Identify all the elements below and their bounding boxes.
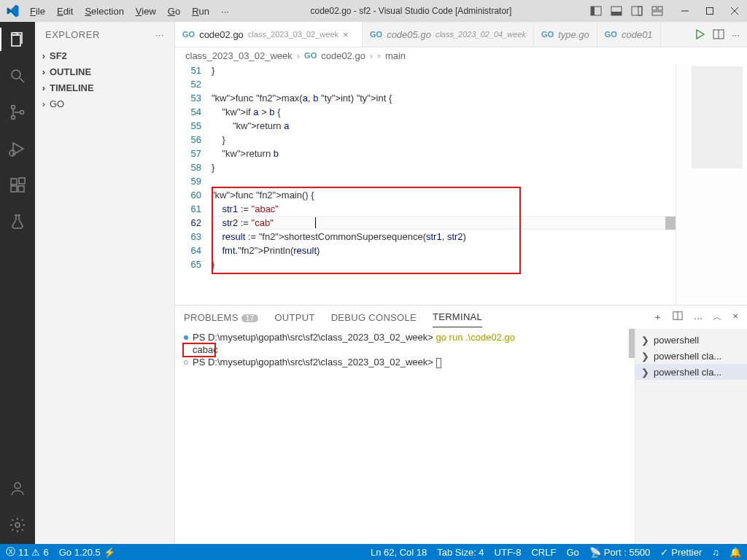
terminal-tab-icon: ❯ <box>641 367 649 378</box>
terminal-tab-icon: ❯ <box>641 335 649 346</box>
panel-tab-problems[interactable]: PROBLEMS17 <box>184 308 258 327</box>
menu-selection[interactable]: Selection <box>80 3 128 20</box>
tab-path: class_2023_02_04_week <box>436 30 526 39</box>
status-go-version[interactable]: Go 1.20.5 ⚡ <box>59 547 115 558</box>
maximize-button[interactable] <box>697 0 722 22</box>
terminal-list: ❯powershell ❯powershell cla... ❯powershe… <box>635 329 747 544</box>
debug-icon[interactable] <box>0 137 35 160</box>
panel-tab-debug[interactable]: DEBUG CONSOLE <box>331 308 417 327</box>
tab-code02[interactable]: GO code02.go class_2023_03_02_week × <box>175 22 363 47</box>
minimap[interactable] <box>676 63 747 305</box>
account-icon[interactable] <box>0 477 35 500</box>
tab-typego[interactable]: GO type.go <box>534 22 597 47</box>
tab-label: code01 <box>622 29 653 40</box>
panel-more-icon[interactable]: … <box>693 311 703 324</box>
split-terminal-icon[interactable] <box>673 311 683 324</box>
status-prettier[interactable]: ✓ Prettier <box>660 547 702 558</box>
run-icon[interactable] <box>694 28 705 40</box>
breadcrumb-seg[interactable]: class_2023_03_02_week <box>185 50 293 61</box>
explorer-more-icon[interactable]: ··· <box>155 29 164 40</box>
panel-tab-terminal[interactable]: TERMINAL <box>433 307 482 327</box>
svg-point-16 <box>12 116 15 120</box>
extensions-icon[interactable] <box>0 174 35 197</box>
close-button[interactable] <box>722 0 747 22</box>
vscode-icon <box>0 4 25 18</box>
panel-maximize-icon[interactable]: ︿ <box>713 311 722 324</box>
menu-go[interactable]: Go <box>163 3 185 20</box>
new-terminal-icon[interactable]: ＋ <box>653 311 662 324</box>
go-file-icon: GO <box>304 51 317 60</box>
menu-file[interactable]: File <box>25 3 50 20</box>
terminal-scrollbar[interactable] <box>629 329 635 358</box>
sidebar-section-timeline[interactable]: ›TIMELINE <box>35 79 174 96</box>
panel-close-icon[interactable]: × <box>732 311 738 324</box>
status-bell-icon[interactable]: 🔔 <box>729 547 741 558</box>
svg-rect-3 <box>611 12 622 15</box>
search-icon[interactable] <box>0 64 35 88</box>
menu-view[interactable]: View <box>131 3 161 20</box>
breadcrumb[interactable]: class_2023_03_02_week › GO code02.go › ▫… <box>175 47 747 63</box>
window-title: code02.go - sf2 - Visual Studio Code [Ad… <box>234 6 588 16</box>
tab-more-icon[interactable]: ··· <box>732 29 740 40</box>
code-editor[interactable]: 515253545556575859606162636465 }"kw">fun… <box>175 63 676 305</box>
go-file-icon: GO <box>605 30 617 39</box>
status-encoding[interactable]: UTF-8 <box>495 547 522 558</box>
code-content[interactable]: }"kw">func "fn2">max(a, b "ty">int) "ty"… <box>212 63 676 305</box>
sidebar-section-sf2[interactable]: ›SF2 <box>35 47 174 63</box>
editor-group: GO code02.go class_2023_03_02_week × GO … <box>175 22 747 544</box>
sidebar-section-go[interactable]: ›GO <box>35 96 174 112</box>
line-numbers: 515253545556575859606162636465 <box>175 63 212 305</box>
svg-rect-7 <box>658 7 662 10</box>
layout-icon[interactable] <box>649 3 665 19</box>
status-errors[interactable]: ⓧ 11 ⚠ 6 <box>6 545 49 559</box>
tab-code01[interactable]: GO code01 <box>597 22 661 47</box>
terminal-item[interactable]: ❯powershell <box>635 332 747 348</box>
tab-code05[interactable]: GO code05.go class_2023_02_04_week <box>363 22 534 47</box>
menu-more[interactable]: ··· <box>216 3 234 20</box>
svg-rect-10 <box>707 8 713 15</box>
svg-point-23 <box>15 483 20 489</box>
svg-rect-4 <box>632 7 642 15</box>
explorer-icon[interactable] <box>0 28 35 51</box>
breadcrumb-seg[interactable]: code02.go <box>321 50 365 61</box>
svg-rect-1 <box>591 7 595 15</box>
testing-icon[interactable] <box>0 210 35 233</box>
svg-rect-19 <box>11 179 17 184</box>
menu-edit[interactable]: Edit <box>52 3 78 20</box>
svg-line-14 <box>20 78 24 82</box>
terminal-output[interactable]: PS D:\mysetup\gopath\src\sf2\class_2023_… <box>175 329 635 544</box>
svg-point-15 <box>12 106 15 109</box>
breadcrumb-seg[interactable]: main <box>385 50 406 61</box>
terminal-item[interactable]: ❯powershell cla... <box>635 348 747 364</box>
tab-label: code05.go <box>387 29 431 40</box>
title-bar: File Edit Selection View Go Run ··· code… <box>0 0 747 22</box>
menu-run[interactable]: Run <box>187 3 214 20</box>
scrollbar-thumb[interactable] <box>665 217 676 230</box>
minimize-button[interactable] <box>673 0 697 22</box>
status-cursor-pos[interactable]: Ln 62, Col 18 <box>371 547 427 558</box>
tab-label: type.go <box>558 29 589 40</box>
status-eol[interactable]: CRLF <box>531 547 556 558</box>
sidebar-section-outline[interactable]: ›OUTLINE <box>35 63 174 79</box>
panel-right-icon[interactable] <box>629 3 645 19</box>
status-language[interactable]: Go <box>566 547 578 558</box>
panel-left-icon[interactable] <box>588 3 604 19</box>
symbol-icon: ▫ <box>377 50 381 61</box>
svg-rect-22 <box>19 178 25 184</box>
status-feedback-icon[interactable]: ♫ <box>712 547 719 558</box>
tab-close-icon[interactable]: × <box>343 29 355 40</box>
source-control-icon[interactable] <box>0 101 35 124</box>
status-tab-size[interactable]: Tab Size: 4 <box>437 547 484 558</box>
settings-icon[interactable] <box>0 513 35 537</box>
terminal-item[interactable]: ❯powershell cla... <box>635 364 747 380</box>
svg-point-18 <box>9 150 15 156</box>
explorer-title: EXPLORER <box>45 29 100 40</box>
tab-bar: GO code02.go class_2023_03_02_week × GO … <box>175 22 747 47</box>
svg-rect-6 <box>652 7 657 10</box>
svg-rect-21 <box>18 186 24 192</box>
split-editor-icon[interactable] <box>713 28 724 40</box>
status-port[interactable]: 📡 Port : 5500 <box>589 547 651 558</box>
panel-tab-output[interactable]: OUTPUT <box>274 308 314 327</box>
tab-path: class_2023_03_02_week <box>248 30 338 39</box>
panel-bottom-icon[interactable] <box>608 3 624 19</box>
